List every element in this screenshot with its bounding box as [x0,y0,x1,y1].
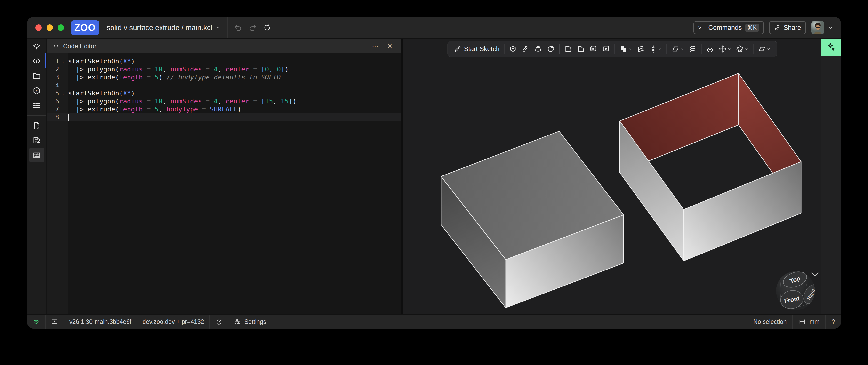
code-text [68,113,69,121]
text-cursor [68,114,69,121]
code-line[interactable]: 3 |> extrude(length = 5) // bodyType def… [46,73,401,81]
selection-status: No selection [747,314,793,329]
solid-box[interactable] [441,131,624,308]
code-text: |> polygon(radius = 10, numSides = 4, ce… [68,97,297,105]
offset-button[interactable] [647,42,664,56]
help-button[interactable]: ? [825,314,841,329]
units-button[interactable]: mm [792,314,825,329]
zoo-logo[interactable]: ZOO [71,20,99,35]
move-icon [719,45,727,53]
move-button[interactable] [716,42,734,56]
left-sidebar: x [27,39,46,314]
offset-plane-button[interactable] [669,42,686,56]
code-text: |> extrude(length = 5, bodyType = SURFAC… [68,105,241,113]
sidebar-logs-button[interactable] [29,98,44,113]
code-text: |> polygon(radius = 10, numSides = 4, ce… [68,65,288,73]
modeling-toolbar: Start Sketch [447,41,777,57]
surface-box-outer-front-wall[interactable] [684,162,801,261]
code-line[interactable]: 6 |> polygon(radius = 10, numSides = 4, … [46,97,401,105]
extrude-icon [509,45,517,53]
network-status-button[interactable] [27,314,45,329]
pane-close-button[interactable]: ✕ [384,42,395,50]
code-lines[interactable]: 1⌄startSketchOn(XY)2 |> polygon(radius =… [46,53,401,314]
code-line[interactable]: 5⌄startSketchOn(XY) [46,89,401,97]
sidebar-files-button[interactable] [29,68,44,83]
fold-chevron-icon[interactable]: ⌄ [59,57,68,65]
text-to-cad-button[interactable] [822,39,841,56]
boolean-button[interactable] [617,42,634,56]
settings-label: Settings [244,318,266,325]
pane-menu-button[interactable]: ⋯ [370,42,381,50]
share-label: Share [784,24,801,32]
machine-status-button[interactable] [45,314,64,329]
svg-text:x: x [35,89,38,93]
line-number: 7 [46,105,59,113]
sheet-plane-button[interactable] [756,42,773,56]
sliders-icon [234,318,241,325]
view-gizmo[interactable]: Right Top Front [776,269,821,311]
share-button[interactable]: Share [769,21,806,34]
chevron-down-icon [727,47,732,51]
user-avatar[interactable] [811,21,824,34]
scene-canvas[interactable]: Right Top Front [403,39,821,314]
loft-button[interactable] [532,42,545,56]
sidebar-variables-button[interactable]: x [29,83,44,98]
terminal-prompt-icon: >_ [698,25,705,31]
code-line[interactable]: 7 |> extrude(length = 5, bodyType = SURF… [46,105,401,113]
list-icon [32,101,41,110]
machine-icon [32,151,41,160]
sidebar-code-button[interactable] [29,54,44,68]
user-menu-chevron-icon[interactable] [828,25,834,31]
hollow-button[interactable] [600,42,613,56]
redo-icon[interactable] [249,24,257,32]
save-export-icon [32,136,41,145]
insert-icon [706,45,714,53]
code-line[interactable]: 4 [46,81,401,89]
revolve-button[interactable] [545,42,557,56]
fillet-button[interactable] [562,42,575,56]
fold-chevron-icon[interactable]: ⌄ [59,89,68,97]
commands-label: Commands [709,24,742,32]
environment-button[interactable]: dev.zoo.dev + pr=4132 [137,314,210,329]
refresh-icon[interactable] [263,24,271,32]
sidebar-machines-button[interactable] [29,147,44,162]
offset-diamond-icon [649,45,657,53]
title-bar: ZOO solid v surface extrude / main.kcl >… [27,17,841,39]
app-version-button[interactable]: v26.1.30-main.3bb4e6f [64,314,137,329]
line-number: 4 [46,81,59,89]
modeling-viewport[interactable]: Right Top Front [403,39,821,314]
code-line[interactable]: 2 |> polygon(radius = 10, numSides = 4, … [46,65,401,73]
commands-button[interactable]: >_ Commands ⌘K [693,21,764,34]
code-line[interactable]: 8 [46,113,401,121]
pattern-button[interactable] [734,42,751,56]
sidebar-export-button[interactable] [29,118,44,133]
gizmo-menu-chevron-icon[interactable] [812,273,818,275]
timer-button[interactable] [210,314,228,329]
helix-button[interactable] [686,42,699,56]
sparkles-icon [826,42,836,53]
close-window-button[interactable] [35,25,42,31]
pane-resize-handle[interactable] [401,39,403,314]
environment-label: dev.zoo.dev + pr=4132 [143,318,204,325]
settings-button[interactable]: Settings [228,314,272,329]
project-title-menu[interactable]: solid v surface extrude / main.kcl [107,24,221,32]
undo-icon[interactable] [234,24,242,32]
sweep-button[interactable] [519,42,532,56]
sidebar-design-button[interactable] [29,39,44,54]
insert-button[interactable] [704,42,716,56]
extrude-button[interactable] [507,42,519,56]
surface-box[interactable] [620,73,801,261]
zoom-window-button[interactable] [58,25,64,31]
start-sketch-button[interactable]: Start Sketch [452,42,502,56]
chamfer-icon [577,45,585,53]
shell-button[interactable] [587,42,600,56]
sidebar-save-button[interactable] [29,133,44,147]
link-icon [774,25,780,31]
minimize-window-button[interactable] [46,25,53,31]
split-button[interactable] [634,42,647,56]
variables-icon: x [32,86,41,95]
chamfer-button[interactable] [575,42,587,56]
line-number: 3 [46,73,59,81]
code-line[interactable]: 1⌄startSketchOn(XY) [46,57,401,65]
app-window: ZOO solid v surface extrude / main.kcl >… [27,17,841,329]
